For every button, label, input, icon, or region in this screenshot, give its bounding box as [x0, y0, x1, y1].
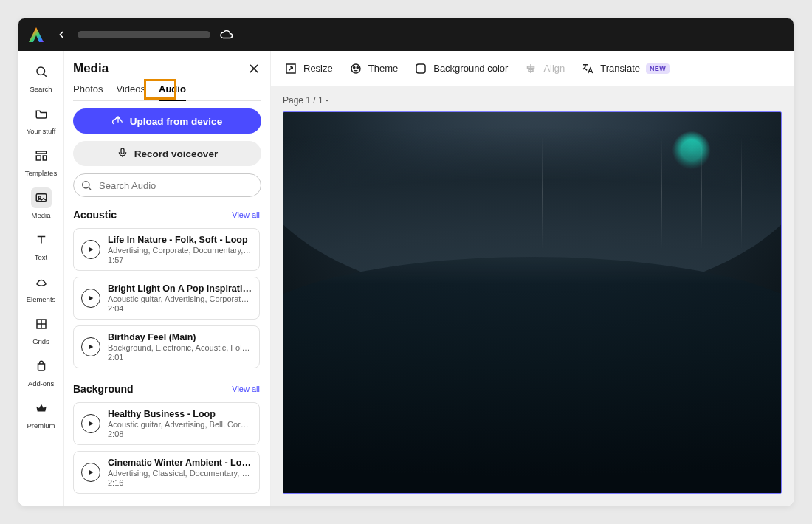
rail-your-stuff[interactable]: Your stuff: [21, 99, 61, 139]
translate-button[interactable]: Translate NEW: [581, 62, 670, 75]
tab-audio[interactable]: Audio: [159, 83, 186, 100]
resize-button[interactable]: Resize: [284, 62, 333, 75]
doc-title-placeholder[interactable]: [78, 31, 210, 38]
bgcolor-icon: [414, 62, 427, 75]
artboard-canvas[interactable]: [283, 111, 782, 494]
rail-grids[interactable]: Grids: [21, 309, 61, 350]
cloud-sync-icon[interactable]: [219, 27, 234, 42]
canvas-area: Resize Theme Background color Align Tran…: [271, 51, 794, 506]
upload-from-device-button[interactable]: Upload from device: [73, 108, 261, 134]
bgcolor-label: Background color: [433, 63, 508, 74]
canvas-toolbar: Resize Theme Background color Align Tran…: [271, 51, 794, 86]
section-title: Acoustic: [73, 209, 117, 221]
audio-track[interactable]: Healthy Business - Loop Acoustic guitar,…: [73, 402, 260, 445]
translate-label: Translate: [600, 63, 640, 74]
record-voiceover-button[interactable]: Record voiceover: [73, 141, 261, 166]
play-button[interactable]: [81, 463, 100, 482]
track-title: Cinematic Winter Ambient - Loop: [108, 458, 252, 468]
stage: Page 1 / 1 -: [271, 86, 794, 506]
tab-photos[interactable]: Photos: [73, 83, 103, 100]
rail-search[interactable]: Search: [21, 57, 61, 97]
translate-icon: [581, 62, 594, 75]
svg-marker-17: [89, 345, 94, 350]
track-tags: Acoustic guitar, Advertising, Bell, Corp…: [108, 420, 252, 429]
rail-label: Premium: [27, 421, 55, 430]
rail-label: Media: [32, 211, 51, 219]
track-title: Bright Light On A Pop Inspiratio…: [108, 283, 252, 294]
svg-point-13: [83, 182, 89, 188]
align-label: Align: [543, 63, 565, 74]
background-color-button[interactable]: Background color: [414, 62, 508, 75]
svg-point-23: [357, 66, 358, 68]
audio-track[interactable]: Cinematic Winter Ambient - Loop Advertis…: [73, 451, 260, 494]
record-label: Record voiceover: [134, 148, 218, 159]
rail-label: Search: [30, 85, 52, 93]
track-tags: Background, Electronic, Acoustic, Folk, …: [108, 343, 252, 352]
play-button[interactable]: [81, 289, 100, 308]
resize-icon: [284, 62, 297, 75]
text-icon: [31, 230, 52, 250]
svg-rect-2: [36, 151, 47, 154]
premium-icon: [31, 398, 52, 418]
view-all-link[interactable]: View all: [232, 210, 260, 219]
panel-title: Media: [73, 61, 109, 76]
play-button[interactable]: [81, 414, 100, 433]
audio-track[interactable]: Bright Light On A Pop Inspiratio… Acoust…: [73, 277, 260, 320]
rail-label: Grids: [32, 337, 49, 345]
back-button[interactable]: [54, 27, 69, 42]
media-panel: Media Photos Videos Audio Upload from de…: [64, 51, 271, 506]
rail-premium[interactable]: Premium: [21, 393, 61, 434]
view-all-link[interactable]: View all: [232, 385, 260, 393]
theme-label: Theme: [368, 63, 398, 74]
svg-line-14: [89, 187, 91, 190]
search-audio-input[interactable]: [73, 173, 261, 197]
audio-track[interactable]: Birthday Feel (Main) Background, Electro…: [73, 325, 260, 368]
svg-point-22: [353, 66, 354, 68]
svg-rect-12: [121, 148, 124, 154]
elements-icon: [31, 272, 52, 292]
svg-line-1: [44, 74, 46, 76]
svg-point-6: [38, 196, 41, 199]
section-title: Background: [73, 383, 134, 395]
svg-marker-18: [89, 421, 94, 427]
track-duration: 1:57: [108, 255, 252, 264]
svg-marker-19: [89, 470, 94, 475]
align-icon: [524, 62, 537, 75]
track-duration: 2:04: [108, 304, 252, 313]
svg-rect-24: [416, 64, 425, 73]
track-duration: 2:08: [108, 430, 252, 438]
rail-media[interactable]: Media: [21, 183, 61, 224]
play-button[interactable]: [81, 337, 100, 356]
tab-videos[interactable]: Videos: [116, 83, 145, 100]
rail-label: Templates: [25, 169, 57, 177]
rail-text[interactable]: Text: [21, 225, 61, 266]
play-button[interactable]: [81, 240, 100, 259]
rail-templates[interactable]: Templates: [21, 141, 61, 182]
close-panel-button[interactable]: [247, 61, 261, 76]
titlebar: [18, 18, 794, 51]
upload-label: Upload from device: [130, 116, 222, 127]
theme-button[interactable]: Theme: [349, 62, 398, 75]
rail-label: Your stuff: [27, 127, 56, 135]
track-duration: 2:01: [108, 353, 252, 362]
track-title: Life In Nature - Folk, Soft - Loop: [108, 235, 252, 245]
audio-track[interactable]: Life In Nature - Folk, Soft - Loop Adver…: [73, 228, 260, 271]
track-tags: Advertising, Corporate, Documentary, D…: [108, 246, 252, 255]
rail-addons[interactable]: Add-ons: [21, 351, 61, 392]
artwork-overlay: [283, 135, 781, 249]
svg-marker-16: [89, 296, 94, 301]
svg-point-21: [351, 64, 360, 73]
align-button: Align: [524, 62, 565, 75]
track-title: Healthy Business - Loop: [108, 409, 252, 419]
rail-label: Text: [35, 253, 47, 261]
upload-icon: [112, 114, 124, 128]
svg-rect-3: [36, 156, 41, 160]
rail-elements[interactable]: Elements: [21, 267, 61, 308]
svg-point-0: [37, 67, 45, 75]
media-tabs: Photos Videos Audio: [73, 83, 261, 101]
templates-icon: [31, 145, 52, 166]
media-icon: [31, 187, 52, 208]
search-icon: [80, 179, 92, 191]
rail-label: Elements: [27, 295, 56, 303]
track-tags: Acoustic guitar, Advertising, Corporate,…: [108, 294, 252, 303]
